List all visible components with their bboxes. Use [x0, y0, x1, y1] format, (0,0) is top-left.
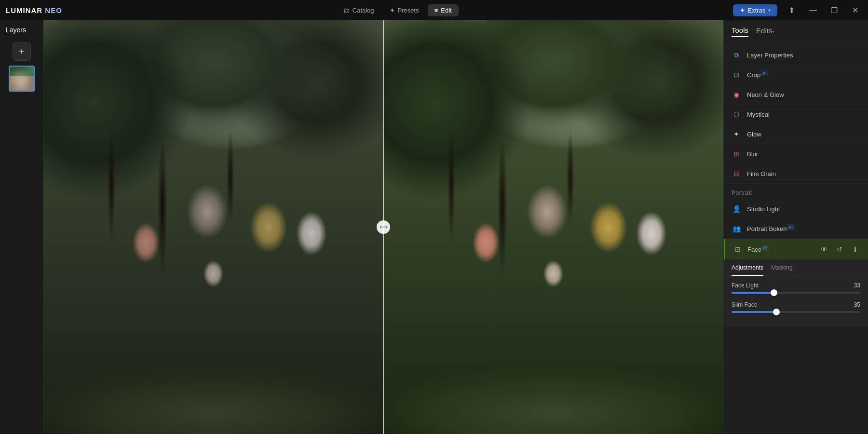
mystical-icon: ⬡: [732, 109, 741, 119]
face-panel-header[interactable]: ⊡ FaceAI 👁 ↺ ℹ: [724, 239, 868, 259]
crop-label: CropAI: [747, 71, 860, 79]
glow-label: Glow: [747, 131, 860, 138]
edit-button[interactable]: ≡ Edit: [428, 4, 459, 16]
tool-glow[interactable]: ✦ Glow: [724, 124, 868, 144]
tool-layer-properties[interactable]: ⧉ Layer Properties: [724, 45, 868, 65]
after-people-overlay: [400, 103, 706, 414]
presets-button[interactable]: ✦ Presets: [383, 4, 426, 16]
slim-face-track[interactable]: [732, 311, 860, 313]
add-layer-button[interactable]: +: [13, 42, 31, 61]
tab-edits[interactable]: Edits•: [756, 27, 774, 37]
face-adjustments: Face Light 33 Slim Face 35: [724, 276, 868, 326]
tool-blur[interactable]: ⊞ Blur: [724, 144, 868, 164]
extras-dot: •: [768, 7, 771, 14]
glow-icon: ✦: [732, 129, 741, 139]
slim-face-value: 35: [854, 301, 860, 308]
presets-icon: ✦: [390, 7, 395, 14]
face-panel-actions: 👁 ↺ ℹ: [819, 244, 860, 255]
tab-adjustments[interactable]: Adjustments: [732, 264, 763, 276]
canvas-wrapper[interactable]: ⟺: [43, 20, 723, 434]
after-side: [383, 20, 723, 434]
neon-glow-label: Neon & Glow: [747, 91, 860, 98]
studio-light-label: Studio Light: [747, 205, 860, 213]
layer-properties-label: Layer Properties: [747, 52, 860, 59]
maximize-button[interactable]: ❐: [827, 3, 841, 17]
face-reset-button[interactable]: ↺: [834, 244, 845, 255]
extras-label: Extras: [748, 7, 766, 14]
film-grain-label: Film Grain: [747, 170, 860, 177]
face-light-fill: [732, 292, 774, 294]
slim-face-label: Slim Face: [732, 301, 757, 308]
catalog-label: Catalog: [353, 7, 374, 14]
extras-button[interactable]: ✦ Extras •: [733, 4, 777, 16]
app-logo: LUMINAR NEO: [6, 6, 62, 14]
tab-masking[interactable]: Masking: [771, 264, 793, 276]
face-light-value: 33: [854, 282, 860, 289]
layer-thumbnail[interactable]: [9, 66, 35, 92]
presets-label: Presets: [398, 7, 419, 14]
close-icon: ✕: [852, 6, 858, 15]
face-light-track[interactable]: [732, 292, 860, 294]
face-light-thumb[interactable]: [771, 289, 777, 296]
tool-neon-glow[interactable]: ◉ Neon & Glow: [724, 85, 868, 105]
film-grain-icon: ⊟: [732, 169, 741, 178]
canvas-area: Before After ⟺: [43, 20, 723, 434]
tools-panel: Tools Edits• ⧉ Layer Properties ⊡ CropAI…: [723, 20, 868, 434]
slim-face-thumb[interactable]: [773, 309, 780, 315]
close-button[interactable]: ✕: [849, 3, 862, 17]
minimize-button[interactable]: —: [806, 3, 820, 17]
face-panel-label: FaceAI: [747, 245, 814, 253]
info-icon: ℹ: [854, 245, 856, 253]
neon-glow-icon: ◉: [732, 90, 741, 99]
blur-label: Blur: [747, 150, 860, 158]
share-icon: ⬆: [788, 6, 795, 15]
face-light-label-row: Face Light 33: [732, 282, 860, 289]
visibility-icon: 👁: [821, 245, 827, 253]
minimize-icon: —: [809, 6, 817, 14]
nav-bar: 🗂 Catalog ✦ Presets ≡ Edit: [337, 4, 459, 16]
face-light-row: Face Light 33: [732, 282, 860, 294]
mystical-label: Mystical: [747, 111, 860, 118]
portrait-section-header: Portrait: [724, 184, 868, 199]
share-button[interactable]: ⬆: [785, 3, 799, 17]
layer-properties-icon: ⧉: [732, 50, 741, 60]
tool-film-grain[interactable]: ⊟ Film Grain: [724, 164, 868, 184]
blur-icon: ⊞: [732, 149, 741, 159]
before-after-divider[interactable]: ⟺: [383, 20, 384, 434]
tool-portrait-bokeh[interactable]: 👥 Portrait BokehAI: [724, 219, 868, 239]
before-image: [43, 20, 383, 434]
face-panel: ⊡ FaceAI 👁 ↺ ℹ: [724, 239, 868, 326]
face-visibility-button[interactable]: 👁: [819, 244, 829, 255]
layers-panel: Layers +: [0, 20, 43, 434]
tool-crop[interactable]: ⊡ CropAI: [724, 65, 868, 85]
face-light-label: Face Light: [732, 282, 759, 289]
face-tabs: Adjustments Masking: [724, 259, 868, 276]
layer-thumbnail-image: [10, 67, 34, 91]
before-people-overlay: [60, 103, 366, 414]
slim-face-fill: [732, 311, 776, 313]
slim-face-label-row: Slim Face 35: [732, 301, 860, 308]
face-info-button[interactable]: ℹ: [850, 244, 860, 255]
layers-title: Layers: [6, 26, 26, 34]
edit-icon: ≡: [434, 7, 438, 14]
divider-handle[interactable]: ⟺: [377, 220, 390, 234]
before-side: [43, 20, 383, 434]
studio-light-icon: 👤: [732, 204, 741, 214]
window-controls: ✦ Extras • ⬆ — ❐ ✕: [733, 3, 862, 17]
tool-mystical[interactable]: ⬡ Mystical: [724, 105, 868, 124]
after-image: [383, 20, 723, 434]
tool-studio-light[interactable]: 👤 Studio Light: [724, 199, 868, 219]
face-panel-icon: ⊡: [733, 244, 743, 254]
catalog-button[interactable]: 🗂 Catalog: [337, 4, 381, 16]
thumbnail-people: [10, 76, 34, 91]
divider-handle-icon: ⟺: [380, 224, 388, 231]
crop-icon: ⊡: [732, 70, 741, 80]
edit-label: Edit: [441, 7, 451, 14]
tools-list: ⧉ Layer Properties ⊡ CropAI ◉ Neon & Glo…: [724, 43, 868, 434]
add-layer-icon: +: [19, 46, 25, 57]
main-content: Layers + Before After: [0, 20, 868, 434]
tab-tools[interactable]: Tools: [732, 26, 748, 37]
titlebar: LUMINAR NEO 🗂 Catalog ✦ Presets ≡ Edit ✦…: [0, 0, 868, 20]
portrait-bokeh-icon: 👥: [732, 224, 741, 233]
tools-header: Tools Edits•: [724, 20, 868, 43]
